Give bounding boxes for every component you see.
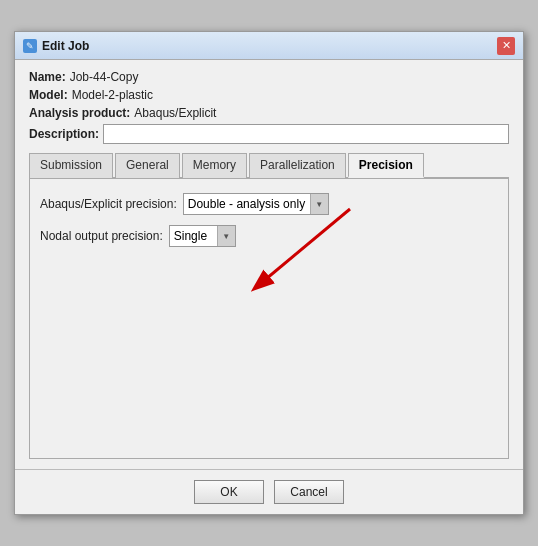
model-label: Model: (29, 88, 68, 102)
title-bar: ✎ Edit Job ✕ (15, 32, 523, 60)
tab-memory[interactable]: Memory (182, 153, 247, 178)
abaqus-precision-row: Abaqus/Explicit precision: Single Double… (40, 193, 498, 215)
footer: OK Cancel (15, 469, 523, 514)
nodal-precision-select[interactable]: Single Double (170, 226, 217, 246)
tabs-container: Submission General Memory Parallelizatio… (29, 152, 509, 179)
model-value: Model-2-plastic (72, 88, 153, 102)
edit-job-dialog: ✎ Edit Job ✕ Name: Job-44-Copy Model: Mo… (14, 31, 524, 515)
abaqus-precision-select[interactable]: Single Double - analysis only Double (184, 194, 310, 214)
name-label: Name: (29, 70, 66, 84)
tab-submission[interactable]: Submission (29, 153, 113, 178)
model-row: Model: Model-2-plastic (29, 88, 509, 102)
abaqus-precision-dropdown-arrow[interactable]: ▼ (310, 194, 328, 214)
dialog-content: Name: Job-44-Copy Model: Model-2-plastic… (15, 60, 523, 469)
dialog-title: Edit Job (42, 39, 89, 53)
nodal-precision-dropdown-arrow[interactable]: ▼ (217, 226, 235, 246)
analysis-value: Abaqus/Explicit (134, 106, 216, 120)
ok-button[interactable]: OK (194, 480, 264, 504)
tab-general[interactable]: General (115, 153, 180, 178)
tab-parallelization[interactable]: Parallelization (249, 153, 346, 178)
nodal-precision-row: Nodal output precision: Single Double ▼ (40, 225, 498, 247)
arrow-annotation (230, 199, 370, 322)
tab-precision[interactable]: Precision (348, 153, 424, 178)
abaqus-precision-select-wrapper: Single Double - analysis only Double ▼ (183, 193, 329, 215)
close-button[interactable]: ✕ (497, 37, 515, 55)
nodal-precision-select-wrapper: Single Double ▼ (169, 225, 236, 247)
precision-tab-content: Abaqus/Explicit precision: Single Double… (29, 179, 509, 459)
description-row: Description: (29, 124, 509, 144)
name-row: Name: Job-44-Copy (29, 70, 509, 84)
description-label: Description: (29, 127, 99, 141)
cancel-button[interactable]: Cancel (274, 480, 344, 504)
nodal-precision-label: Nodal output precision: (40, 229, 163, 243)
abaqus-precision-label: Abaqus/Explicit precision: (40, 197, 177, 211)
analysis-row: Analysis product: Abaqus/Explicit (29, 106, 509, 120)
red-arrow-svg (230, 199, 370, 319)
description-input[interactable] (103, 124, 509, 144)
dialog-icon: ✎ (23, 39, 37, 53)
name-value: Job-44-Copy (70, 70, 139, 84)
analysis-label: Analysis product: (29, 106, 130, 120)
